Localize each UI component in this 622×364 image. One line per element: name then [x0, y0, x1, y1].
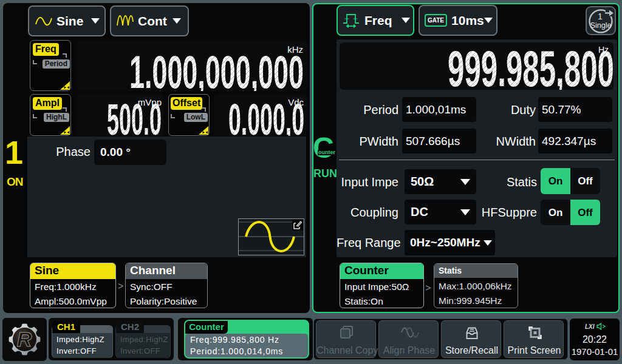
- svg-text:Single: Single: [590, 21, 612, 30]
- svg-text:R: R: [17, 328, 32, 351]
- svg-text:1: 1: [598, 12, 603, 21]
- svg-text:1.000,000,000: 1.000,000,000: [129, 46, 304, 91]
- svg-text:999.985,800: 999.985,800: [448, 42, 613, 90]
